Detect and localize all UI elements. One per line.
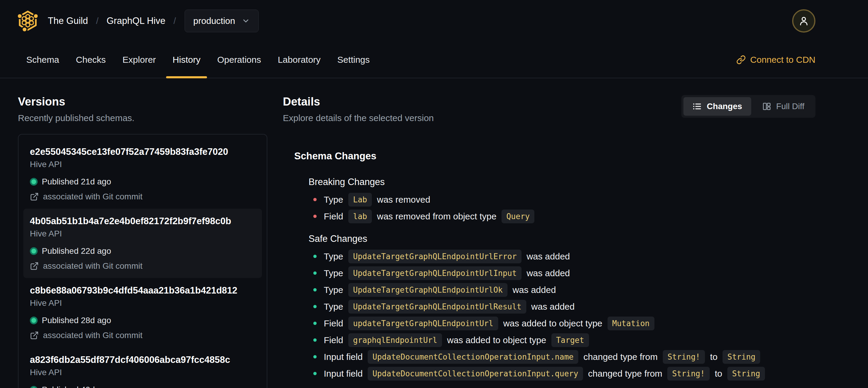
change-item: Input fieldUpdateDocumentCollectionOpera…	[313, 365, 815, 382]
code-badge: UpdateTargetGraphQLEndpointUrlOk	[348, 283, 507, 297]
breadcrumb-separator: /	[96, 16, 98, 26]
version-status: Published 22d ago	[30, 246, 255, 257]
change-bullet-icon	[313, 322, 317, 325]
tab-operations[interactable]: Operations	[209, 42, 270, 78]
tab-schema[interactable]: Schema	[18, 42, 67, 78]
split-columns-icon	[762, 101, 772, 111]
change-item: Input fieldUpdateDocumentCollectionOpera…	[313, 349, 815, 365]
published-dot-icon	[30, 178, 38, 186]
git-commit-link[interactable]: associated with Git commit	[30, 261, 255, 271]
tab-laboratory[interactable]: Laboratory	[270, 42, 329, 78]
change-text: was added	[513, 285, 556, 295]
code-badge: String!	[667, 367, 710, 381]
change-item: TypeUpdateTargetGraphQLEndpointUrlResult…	[313, 298, 815, 315]
version-card[interactable]: 4b05ab51b1b4a7e2e4b0ef82172f2b9f7ef98c0b…	[23, 209, 262, 278]
git-commit-label: associated with Git commit	[43, 191, 143, 202]
git-commit-link[interactable]: associated with Git commit	[30, 191, 255, 202]
change-item: TypeLabwas removed	[313, 191, 815, 208]
breadcrumb-org[interactable]: The Guild	[48, 16, 88, 26]
code-badge: Query	[501, 210, 534, 223]
published-text: Published 22d ago	[42, 246, 111, 257]
change-text: Type	[324, 268, 343, 278]
code-badge: UpdateDocumentCollectionOperationInput.q…	[368, 367, 583, 381]
user-avatar-button[interactable]	[792, 9, 815, 33]
details-panel: Details Explore details of the selected …	[283, 95, 815, 388]
version-hash: 4b05ab51b1b4a7e2e4b0ef82172f2b9f7ef98c0b	[30, 215, 255, 227]
versions-subtitle: Recently published schemas.	[18, 112, 267, 124]
nav-tabs: SchemaChecksExplorerHistoryOperationsLab…	[18, 42, 378, 78]
view-toggle-group: Changes Full Diff	[681, 95, 815, 118]
details-heading-block: Details Explore details of the selected …	[283, 95, 434, 124]
change-text: to	[710, 352, 717, 362]
nav-bar: SchemaChecksExplorerHistoryOperationsLab…	[0, 42, 868, 78]
hive-logo-icon[interactable]	[17, 9, 39, 33]
change-text: was added to object type	[447, 335, 546, 345]
main-content: Versions Recently published schemas. e2e…	[0, 78, 868, 388]
page: { "brand": { "org": "The Guild", "projec…	[0, 0, 868, 388]
tab-explorer[interactable]: Explorer	[114, 42, 164, 78]
breadcrumb-separator: /	[174, 16, 176, 26]
change-group: Safe ChangesTypeUpdateTargetGraphQLEndpo…	[294, 233, 815, 382]
schema-changes-section: Schema Changes Breaking ChangesTypeLabwa…	[283, 150, 815, 382]
version-hash: a823f6db2a55df877dcf406006abca97fcc4858c	[30, 354, 255, 366]
full-diff-toggle-button[interactable]: Full Diff	[753, 97, 813, 116]
versions-title: Versions	[18, 95, 267, 109]
version-card[interactable]: c8b6e88a06793b9c4dfd54aaa21b36a1b421d812…	[23, 278, 262, 347]
change-text: Type	[324, 251, 343, 262]
version-service: Hive API	[30, 367, 255, 378]
version-status: Published 28d ago	[30, 315, 255, 326]
changes-toggle-button[interactable]: Changes	[683, 97, 751, 116]
change-item: Fieldlabwas removed from object typeQuer…	[313, 208, 815, 225]
tab-settings[interactable]: Settings	[329, 42, 378, 78]
change-bullet-icon	[313, 288, 317, 292]
target-selector-dropdown[interactable]: production	[185, 9, 259, 32]
change-bullet-icon	[313, 198, 317, 201]
change-group-title: Safe Changes	[309, 233, 815, 244]
change-text: Type	[324, 195, 343, 205]
tab-checks[interactable]: Checks	[67, 42, 114, 78]
version-service: Hive API	[30, 159, 255, 170]
breadcrumb-project[interactable]: GraphQL Hive	[106, 16, 165, 26]
version-status: Published 40d ago	[30, 384, 255, 388]
external-link-icon	[30, 331, 39, 340]
change-groups: Breaking ChangesTypeLabwas removedFieldl…	[294, 176, 815, 382]
change-text: Field	[324, 211, 343, 221]
code-badge: Lab	[348, 193, 372, 207]
versions-panel: Versions Recently published schemas. e2e…	[18, 95, 267, 388]
tab-history[interactable]: History	[164, 42, 209, 78]
code-badge: lab	[348, 210, 372, 223]
git-commit-label: associated with Git commit	[43, 330, 143, 341]
details-header: Details Explore details of the selected …	[283, 95, 815, 124]
git-commit-link[interactable]: associated with Git commit	[30, 330, 255, 341]
change-group-title: Breaking Changes	[309, 176, 815, 188]
change-text: Field	[324, 318, 343, 329]
person-icon	[798, 15, 810, 27]
full-diff-toggle-label: Full Diff	[776, 101, 804, 111]
details-title: Details	[283, 95, 434, 109]
version-card[interactable]: e2e55045345ce13fe07f52a77459b83fa3fe7020…	[23, 139, 262, 209]
change-text: Type	[324, 302, 343, 312]
change-text: Type	[324, 285, 343, 295]
change-group: Breaking ChangesTypeLabwas removedFieldl…	[294, 176, 815, 225]
version-service: Hive API	[30, 298, 255, 308]
list-icon	[692, 101, 702, 111]
change-item: FieldgraphqlEndpointUrlwas added to obje…	[313, 332, 815, 349]
change-text: to	[715, 368, 722, 379]
change-bullet-icon	[313, 255, 317, 258]
git-commit-label: associated with Git commit	[43, 261, 143, 271]
change-list: TypeUpdateTargetGraphQLEndpointUrlErrorw…	[309, 248, 815, 382]
code-badge: String	[727, 367, 765, 381]
published-text: Published 28d ago	[42, 315, 111, 326]
published-text: Published 40d ago	[42, 384, 111, 388]
change-text: was added	[527, 251, 570, 262]
change-text: was added	[527, 268, 570, 278]
version-card[interactable]: a823f6db2a55df877dcf406006abca97fcc4858c…	[23, 347, 262, 388]
code-badge: String!	[663, 350, 705, 364]
chevron-down-icon	[242, 17, 250, 25]
code-badge: UpdateTargetGraphQLEndpointUrlError	[348, 249, 522, 263]
link-icon	[736, 55, 746, 65]
connect-to-cdn-button[interactable]: Connect to CDN	[736, 55, 815, 65]
change-text: changed type from	[588, 368, 662, 379]
change-text: changed type from	[583, 352, 657, 362]
change-text: was added to object type	[503, 318, 602, 329]
